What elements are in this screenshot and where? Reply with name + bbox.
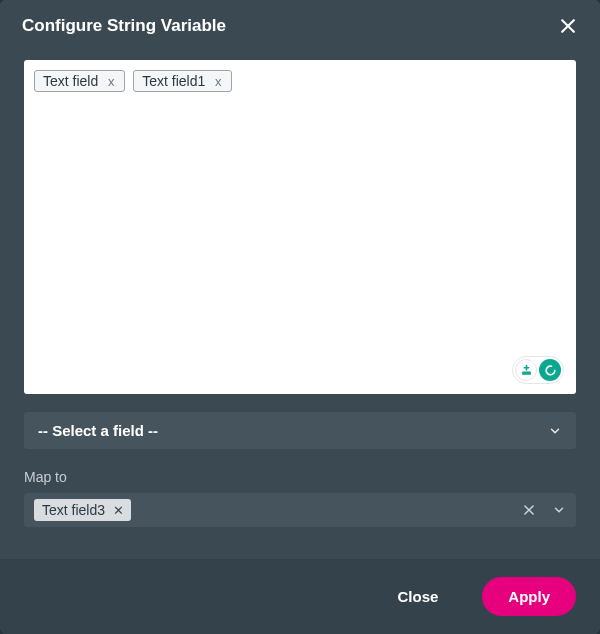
field-select-placeholder: -- Select a field -- <box>38 422 158 439</box>
map-to-chips: Text field3 ✕ <box>34 499 512 521</box>
chip-remove-icon[interactable]: x <box>104 74 118 89</box>
configure-string-variable-modal: Configure String Variable Text field x T… <box>0 0 600 634</box>
chip-label: Text field <box>43 73 98 89</box>
field-select[interactable]: -- Select a field -- <box>24 412 576 449</box>
chevron-down-icon <box>548 424 562 438</box>
modal-footer: Close Apply <box>0 559 600 634</box>
map-to-group: Map to Text field3 ✕ <box>24 467 576 527</box>
svg-rect-2 <box>522 371 531 374</box>
editor-chip[interactable]: Text field1 x <box>133 70 232 92</box>
editor-toolbar <box>512 356 564 384</box>
map-to-chip-label: Text field3 <box>42 502 105 518</box>
apply-button[interactable]: Apply <box>482 577 576 616</box>
expression-editor[interactable]: Text field x Text field1 x <box>24 60 576 394</box>
toggle-mode-icon[interactable] <box>539 359 561 381</box>
modal-body: Text field x Text field1 x <box>0 52 600 559</box>
map-to-chip[interactable]: Text field3 ✕ <box>34 499 131 521</box>
map-to-label: Map to <box>24 469 576 485</box>
insert-field-icon[interactable] <box>515 359 537 381</box>
editor-chip[interactable]: Text field x <box>34 70 125 92</box>
chip-label: Text field1 <box>142 73 205 89</box>
modal-title: Configure String Variable <box>22 16 226 36</box>
clear-icon[interactable] <box>522 503 536 517</box>
chip-remove-icon[interactable]: x <box>211 74 225 89</box>
modal-header: Configure String Variable <box>0 0 600 52</box>
chip-remove-icon[interactable]: ✕ <box>111 503 125 518</box>
close-icon[interactable] <box>556 14 580 38</box>
chevron-down-icon[interactable] <box>552 503 566 517</box>
map-to-controls <box>522 503 566 517</box>
map-to-select[interactable]: Text field3 ✕ <box>24 493 576 527</box>
close-button[interactable]: Close <box>371 577 464 616</box>
editor-chips-row: Text field x Text field1 x <box>34 70 566 92</box>
